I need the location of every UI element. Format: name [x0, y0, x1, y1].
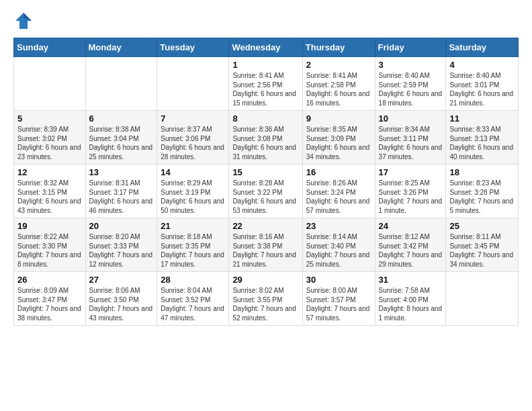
week-row-4: 19Sunrise: 8:22 AM Sunset: 3:30 PM Dayli… [14, 218, 519, 272]
day-info: Sunrise: 8:04 AM Sunset: 3:52 PM Dayligh… [161, 286, 225, 322]
day-cell: 29Sunrise: 8:02 AM Sunset: 3:55 PM Dayli… [229, 272, 302, 326]
day-info: Sunrise: 8:41 AM Sunset: 2:56 PM Dayligh… [232, 71, 298, 107]
week-row-2: 5Sunrise: 8:39 AM Sunset: 3:02 PM Daylig… [14, 111, 519, 165]
day-info: Sunrise: 8:31 AM Sunset: 3:17 PM Dayligh… [89, 179, 154, 215]
day-cell: 19Sunrise: 8:22 AM Sunset: 3:30 PM Dayli… [14, 218, 86, 272]
day-number: 18 [449, 167, 515, 177]
day-number: 19 [17, 221, 82, 231]
day-cell: 1Sunrise: 8:41 AM Sunset: 2:56 PM Daylig… [229, 57, 302, 111]
day-info: Sunrise: 8:36 AM Sunset: 3:08 PM Dayligh… [232, 125, 298, 161]
day-number: 23 [306, 221, 371, 231]
page: SundayMondayTuesdayWednesdayThursdayFrid… [0, 0, 532, 336]
day-number: 4 [449, 60, 515, 70]
day-info: Sunrise: 8:37 AM Sunset: 3:06 PM Dayligh… [161, 125, 225, 161]
day-info: Sunrise: 8:14 AM Sunset: 3:40 PM Dayligh… [306, 232, 371, 269]
week-row-1: 1Sunrise: 8:41 AM Sunset: 2:56 PM Daylig… [14, 57, 519, 111]
day-number: 9 [306, 113, 371, 124]
day-cell [157, 57, 229, 111]
weekday-header-monday: Monday [85, 38, 157, 57]
day-cell: 6Sunrise: 8:38 AM Sunset: 3:04 PM Daylig… [85, 111, 157, 165]
day-cell: 20Sunrise: 8:20 AM Sunset: 3:33 PM Dayli… [85, 218, 157, 272]
calendar: SundayMondayTuesdayWednesdayThursdayFrid… [13, 38, 519, 326]
day-info: Sunrise: 8:28 AM Sunset: 3:22 PM Dayligh… [232, 179, 298, 215]
day-number: 11 [449, 113, 515, 124]
day-number: 2 [306, 60, 371, 70]
day-cell: 7Sunrise: 8:37 AM Sunset: 3:06 PM Daylig… [157, 111, 229, 165]
day-number: 15 [232, 167, 298, 177]
day-info: Sunrise: 8:32 AM Sunset: 3:15 PM Dayligh… [17, 179, 82, 215]
day-number: 1 [232, 60, 298, 70]
day-cell: 30Sunrise: 8:00 AM Sunset: 3:57 PM Dayli… [302, 272, 375, 326]
day-number: 17 [379, 167, 443, 177]
day-info: Sunrise: 8:25 AM Sunset: 3:26 PM Dayligh… [379, 179, 443, 215]
day-number: 28 [161, 275, 225, 285]
day-number: 24 [379, 221, 443, 231]
day-info: Sunrise: 8:12 AM Sunset: 3:42 PM Dayligh… [379, 232, 443, 269]
day-number: 20 [89, 221, 154, 231]
day-cell: 8Sunrise: 8:36 AM Sunset: 3:08 PM Daylig… [229, 111, 302, 165]
day-cell [14, 57, 86, 111]
day-cell: 27Sunrise: 8:06 AM Sunset: 3:50 PM Dayli… [85, 272, 157, 326]
day-info: Sunrise: 8:00 AM Sunset: 3:57 PM Dayligh… [306, 286, 371, 322]
weekday-header-row: SundayMondayTuesdayWednesdayThursdayFrid… [14, 38, 519, 57]
day-cell: 24Sunrise: 8:12 AM Sunset: 3:42 PM Dayli… [375, 218, 446, 272]
day-number: 5 [17, 113, 82, 124]
day-info: Sunrise: 8:41 AM Sunset: 2:58 PM Dayligh… [306, 71, 371, 107]
header [13, 11, 519, 31]
weekday-header-wednesday: Wednesday [229, 38, 302, 57]
day-cell: 15Sunrise: 8:28 AM Sunset: 3:22 PM Dayli… [229, 165, 302, 218]
day-number: 8 [232, 113, 298, 124]
day-cell: 23Sunrise: 8:14 AM Sunset: 3:40 PM Dayli… [302, 218, 375, 272]
weekday-header-saturday: Saturday [446, 38, 519, 57]
day-cell [85, 57, 157, 111]
day-info: Sunrise: 8:16 AM Sunset: 3:38 PM Dayligh… [232, 232, 298, 269]
day-number: 30 [306, 275, 371, 285]
day-info: Sunrise: 8:34 AM Sunset: 3:11 PM Dayligh… [379, 125, 443, 161]
day-number: 31 [379, 275, 443, 285]
day-number: 21 [161, 221, 225, 231]
day-cell: 21Sunrise: 8:18 AM Sunset: 3:35 PM Dayli… [157, 218, 229, 272]
week-row-5: 26Sunrise: 8:09 AM Sunset: 3:47 PM Dayli… [14, 272, 519, 326]
day-info: Sunrise: 8:23 AM Sunset: 3:28 PM Dayligh… [449, 179, 515, 215]
day-cell: 22Sunrise: 8:16 AM Sunset: 3:38 PM Dayli… [229, 218, 302, 272]
day-info: Sunrise: 8:40 AM Sunset: 2:59 PM Dayligh… [379, 71, 443, 107]
day-cell: 2Sunrise: 8:41 AM Sunset: 2:58 PM Daylig… [302, 57, 375, 111]
day-number: 14 [161, 167, 225, 177]
day-number: 13 [89, 167, 154, 177]
day-cell: 4Sunrise: 8:40 AM Sunset: 3:01 PM Daylig… [446, 57, 519, 111]
day-info: Sunrise: 8:40 AM Sunset: 3:01 PM Dayligh… [449, 71, 515, 107]
day-number: 10 [379, 113, 443, 124]
day-info: Sunrise: 8:39 AM Sunset: 3:02 PM Dayligh… [17, 125, 82, 161]
day-info: Sunrise: 8:38 AM Sunset: 3:04 PM Dayligh… [89, 125, 154, 161]
day-number: 26 [17, 275, 82, 285]
day-info: Sunrise: 8:22 AM Sunset: 3:30 PM Dayligh… [17, 232, 82, 269]
day-number: 29 [232, 275, 298, 285]
logo-icon [13, 11, 34, 31]
day-number: 3 [379, 60, 443, 70]
day-cell: 17Sunrise: 8:25 AM Sunset: 3:26 PM Dayli… [375, 165, 446, 218]
day-cell: 3Sunrise: 8:40 AM Sunset: 2:59 PM Daylig… [375, 57, 446, 111]
logo [13, 11, 36, 31]
day-cell: 11Sunrise: 8:33 AM Sunset: 3:13 PM Dayli… [446, 111, 519, 165]
day-cell: 25Sunrise: 8:11 AM Sunset: 3:45 PM Dayli… [446, 218, 519, 272]
day-cell: 13Sunrise: 8:31 AM Sunset: 3:17 PM Dayli… [85, 165, 157, 218]
day-number: 12 [17, 167, 82, 177]
day-cell: 12Sunrise: 8:32 AM Sunset: 3:15 PM Dayli… [14, 165, 86, 218]
day-cell: 18Sunrise: 8:23 AM Sunset: 3:28 PM Dayli… [446, 165, 519, 218]
weekday-header-sunday: Sunday [14, 38, 86, 57]
day-info: Sunrise: 7:58 AM Sunset: 4:00 PM Dayligh… [379, 286, 443, 322]
day-cell: 31Sunrise: 7:58 AM Sunset: 4:00 PM Dayli… [375, 272, 446, 326]
day-info: Sunrise: 8:20 AM Sunset: 3:33 PM Dayligh… [89, 232, 154, 269]
week-row-3: 12Sunrise: 8:32 AM Sunset: 3:15 PM Dayli… [14, 165, 519, 218]
day-number: 16 [306, 167, 371, 177]
day-info: Sunrise: 8:02 AM Sunset: 3:55 PM Dayligh… [232, 286, 298, 322]
day-cell: 28Sunrise: 8:04 AM Sunset: 3:52 PM Dayli… [157, 272, 229, 326]
day-info: Sunrise: 8:18 AM Sunset: 3:35 PM Dayligh… [161, 232, 225, 269]
day-number: 6 [89, 113, 154, 124]
weekday-header-thursday: Thursday [302, 38, 375, 57]
day-info: Sunrise: 8:06 AM Sunset: 3:50 PM Dayligh… [89, 286, 154, 322]
day-info: Sunrise: 8:33 AM Sunset: 3:13 PM Dayligh… [449, 125, 515, 161]
day-info: Sunrise: 8:35 AM Sunset: 3:09 PM Dayligh… [306, 125, 371, 161]
day-number: 25 [449, 221, 515, 231]
day-cell: 16Sunrise: 8:26 AM Sunset: 3:24 PM Dayli… [302, 165, 375, 218]
